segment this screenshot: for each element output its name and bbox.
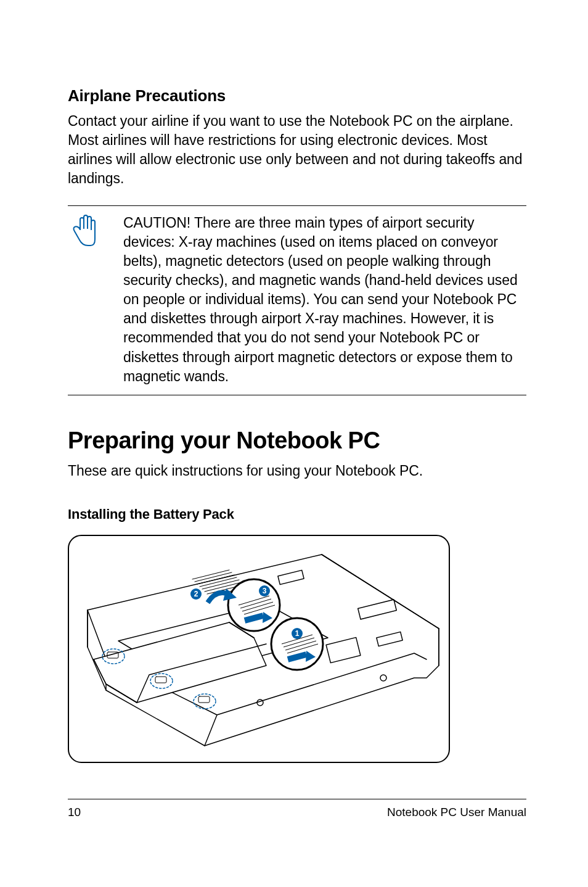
illustration-callout-3: 3	[259, 585, 270, 596]
page-footer: 10 Notebook PC User Manual	[68, 799, 526, 819]
airplane-body-text: Contact your airline if you want to use …	[68, 112, 526, 188]
svg-rect-0	[278, 570, 304, 584]
svg-rect-1	[358, 600, 397, 619]
installing-battery-heading: Installing the Battery Pack	[68, 506, 526, 522]
svg-point-13	[228, 579, 280, 631]
caution-block: CAUTION! There are three main types of a…	[68, 205, 526, 395]
svg-point-4	[380, 675, 386, 681]
battery-install-illustration: 1 2 3	[68, 535, 450, 763]
preparing-intro-text: These are quick instructions for using y…	[68, 461, 526, 481]
caution-body-text: CAUTION! There are three main types of a…	[111, 213, 526, 386]
svg-rect-2	[377, 632, 402, 646]
svg-rect-3	[326, 637, 361, 662]
airplane-precautions-heading: Airplane Precautions	[68, 86, 526, 105]
illustration-callout-2: 2	[190, 588, 202, 600]
svg-rect-11	[198, 696, 210, 703]
footer-doc-title: Notebook PC User Manual	[387, 806, 526, 819]
illustration-callout-1: 1	[292, 628, 303, 639]
page-number: 10	[68, 806, 81, 819]
caution-hand-icon	[68, 213, 111, 249]
svg-point-12	[271, 618, 323, 670]
preparing-notebook-heading: Preparing your Notebook PC	[68, 427, 526, 454]
